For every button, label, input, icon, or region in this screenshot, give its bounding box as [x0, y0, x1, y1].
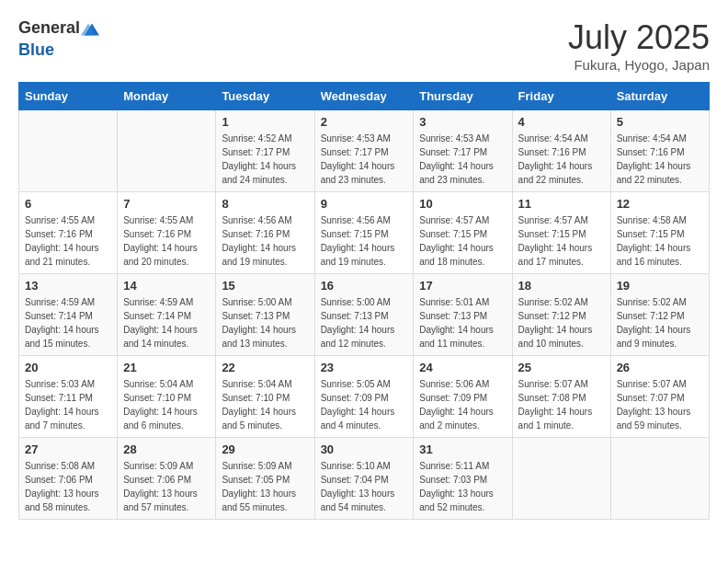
day-number: 24 — [419, 361, 506, 374]
day-number: 14 — [123, 279, 210, 293]
day-info: Sunrise: 5:05 AMSunset: 7:09 PMDaylight:… — [321, 377, 408, 432]
logo-blue: Blue — [18, 40, 54, 59]
day-info: Sunrise: 5:09 AMSunset: 7:06 PMDaylight:… — [123, 459, 210, 514]
calendar-week-row: 13Sunrise: 4:59 AMSunset: 7:14 PMDayligh… — [19, 274, 710, 356]
calendar-day-cell: 16Sunrise: 5:00 AMSunset: 7:13 PMDayligh… — [314, 274, 414, 356]
day-number: 31 — [419, 442, 506, 456]
day-number: 12 — [617, 197, 703, 211]
calendar-day-cell: 21Sunrise: 5:04 AMSunset: 7:10 PMDayligh… — [118, 356, 216, 438]
calendar-header: SundayMondayTuesdayWednesdayThursdayFrid… — [19, 83, 710, 110]
day-info: Sunrise: 4:55 AMSunset: 7:16 PMDaylight:… — [123, 213, 210, 269]
calendar-day-cell — [118, 110, 216, 192]
calendar-week-row: 1Sunrise: 4:52 AMSunset: 7:17 PMDaylight… — [19, 110, 710, 192]
day-of-week-header: Wednesday — [314, 83, 414, 110]
day-number: 25 — [518, 361, 605, 374]
day-info: Sunrise: 4:56 AMSunset: 7:16 PMDaylight:… — [222, 213, 308, 269]
day-info: Sunrise: 5:11 AMSunset: 7:03 PMDaylight:… — [419, 459, 506, 514]
calendar-day-cell: 30Sunrise: 5:10 AMSunset: 7:04 PMDayligh… — [314, 438, 414, 520]
day-number: 6 — [25, 197, 111, 211]
calendar-day-cell: 1Sunrise: 4:52 AMSunset: 7:17 PMDaylight… — [216, 110, 314, 192]
day-of-week-header: Thursday — [414, 83, 512, 110]
day-number: 20 — [25, 361, 111, 374]
day-number: 18 — [518, 279, 605, 293]
calendar-day-cell: 13Sunrise: 4:59 AMSunset: 7:14 PMDayligh… — [19, 274, 118, 356]
day-number: 23 — [321, 361, 408, 374]
day-info: Sunrise: 5:09 AMSunset: 7:05 PMDaylight:… — [222, 459, 308, 514]
day-number: 26 — [617, 361, 703, 374]
day-info: Sunrise: 5:07 AMSunset: 7:07 PMDaylight:… — [617, 377, 703, 432]
logo-icon — [81, 18, 103, 40]
calendar-day-cell: 24Sunrise: 5:06 AMSunset: 7:09 PMDayligh… — [414, 356, 512, 438]
day-info: Sunrise: 4:58 AMSunset: 7:15 PMDaylight:… — [617, 213, 703, 269]
day-info: Sunrise: 4:55 AMSunset: 7:16 PMDaylight:… — [25, 213, 111, 269]
calendar-day-cell: 19Sunrise: 5:02 AMSunset: 7:12 PMDayligh… — [610, 274, 709, 356]
day-of-week-header: Friday — [512, 83, 610, 110]
calendar-day-cell: 11Sunrise: 4:57 AMSunset: 7:15 PMDayligh… — [512, 192, 610, 274]
calendar-day-cell: 15Sunrise: 5:00 AMSunset: 7:13 PMDayligh… — [216, 274, 314, 356]
day-info: Sunrise: 4:59 AMSunset: 7:14 PMDaylight:… — [25, 295, 111, 350]
day-info: Sunrise: 5:10 AMSunset: 7:04 PMDaylight:… — [321, 459, 408, 514]
calendar-week-row: 6Sunrise: 4:55 AMSunset: 7:16 PMDaylight… — [19, 192, 710, 274]
day-info: Sunrise: 5:08 AMSunset: 7:06 PMDaylight:… — [25, 459, 111, 514]
day-number: 5 — [617, 115, 703, 129]
day-number: 22 — [222, 361, 308, 374]
day-number: 16 — [321, 279, 408, 293]
day-number: 28 — [123, 442, 210, 456]
day-number: 3 — [419, 115, 506, 129]
day-of-week-header: Sunday — [19, 83, 118, 110]
day-number: 10 — [419, 197, 506, 211]
logo-text: General Blue — [18, 18, 104, 60]
calendar-day-cell: 17Sunrise: 5:01 AMSunset: 7:13 PMDayligh… — [414, 274, 512, 356]
title-block: July 2025 Fukura, Hyogo, Japan — [568, 18, 710, 73]
calendar-day-cell: 10Sunrise: 4:57 AMSunset: 7:15 PMDayligh… — [414, 192, 512, 274]
day-info: Sunrise: 5:02 AMSunset: 7:12 PMDaylight:… — [518, 295, 605, 350]
day-number: 29 — [222, 442, 308, 456]
month-year: July 2025 — [568, 18, 710, 57]
day-number: 9 — [321, 197, 408, 211]
day-info: Sunrise: 4:53 AMSunset: 7:17 PMDaylight:… — [419, 132, 506, 187]
day-info: Sunrise: 4:54 AMSunset: 7:16 PMDaylight:… — [518, 132, 605, 187]
day-info: Sunrise: 5:04 AMSunset: 7:10 PMDaylight:… — [222, 377, 308, 432]
calendar-day-cell: 23Sunrise: 5:05 AMSunset: 7:09 PMDayligh… — [314, 356, 414, 438]
calendar-day-cell: 2Sunrise: 4:53 AMSunset: 7:17 PMDaylight… — [314, 110, 414, 192]
logo-general: General — [18, 18, 80, 37]
day-number: 7 — [123, 197, 210, 211]
calendar-day-cell: 6Sunrise: 4:55 AMSunset: 7:16 PMDaylight… — [19, 192, 118, 274]
day-number: 11 — [518, 197, 605, 211]
calendar-day-cell: 3Sunrise: 4:53 AMSunset: 7:17 PMDaylight… — [414, 110, 512, 192]
day-info: Sunrise: 4:57 AMSunset: 7:15 PMDaylight:… — [518, 213, 605, 269]
day-info: Sunrise: 4:54 AMSunset: 7:16 PMDaylight:… — [617, 132, 703, 187]
day-info: Sunrise: 5:03 AMSunset: 7:11 PMDaylight:… — [25, 377, 111, 432]
day-number: 17 — [419, 279, 506, 293]
day-info: Sunrise: 4:53 AMSunset: 7:17 PMDaylight:… — [321, 132, 408, 187]
logo: General Blue — [18, 18, 104, 60]
day-number: 4 — [518, 115, 605, 129]
day-info: Sunrise: 4:59 AMSunset: 7:14 PMDaylight:… — [123, 295, 210, 350]
page-header: General Blue July 2025 Fukura, Hyogo, Ja… — [18, 18, 710, 73]
calendar-body: 1Sunrise: 4:52 AMSunset: 7:17 PMDaylight… — [19, 110, 710, 520]
day-info: Sunrise: 5:00 AMSunset: 7:13 PMDaylight:… — [321, 295, 408, 350]
day-info: Sunrise: 4:57 AMSunset: 7:15 PMDaylight:… — [419, 213, 506, 269]
day-info: Sunrise: 5:06 AMSunset: 7:09 PMDaylight:… — [419, 377, 506, 432]
calendar-day-cell: 5Sunrise: 4:54 AMSunset: 7:16 PMDaylight… — [610, 110, 709, 192]
day-of-week-header: Saturday — [610, 83, 709, 110]
day-info: Sunrise: 5:01 AMSunset: 7:13 PMDaylight:… — [419, 295, 506, 350]
calendar-day-cell: 27Sunrise: 5:08 AMSunset: 7:06 PMDayligh… — [19, 438, 118, 520]
calendar-week-row: 27Sunrise: 5:08 AMSunset: 7:06 PMDayligh… — [19, 438, 710, 520]
calendar-day-cell: 26Sunrise: 5:07 AMSunset: 7:07 PMDayligh… — [610, 356, 709, 438]
day-info: Sunrise: 5:04 AMSunset: 7:10 PMDaylight:… — [123, 377, 210, 432]
calendar-week-row: 20Sunrise: 5:03 AMSunset: 7:11 PMDayligh… — [19, 356, 710, 438]
calendar-day-cell: 25Sunrise: 5:07 AMSunset: 7:08 PMDayligh… — [512, 356, 610, 438]
day-number: 27 — [25, 442, 111, 456]
calendar-day-cell: 22Sunrise: 5:04 AMSunset: 7:10 PMDayligh… — [216, 356, 314, 438]
calendar-day-cell: 7Sunrise: 4:55 AMSunset: 7:16 PMDaylight… — [118, 192, 216, 274]
calendar-day-cell: 20Sunrise: 5:03 AMSunset: 7:11 PMDayligh… — [19, 356, 118, 438]
calendar-day-cell: 9Sunrise: 4:56 AMSunset: 7:15 PMDaylight… — [314, 192, 414, 274]
day-number: 13 — [25, 279, 111, 293]
day-of-week-header: Tuesday — [216, 83, 314, 110]
calendar-day-cell: 28Sunrise: 5:09 AMSunset: 7:06 PMDayligh… — [118, 438, 216, 520]
calendar-day-cell: 31Sunrise: 5:11 AMSunset: 7:03 PMDayligh… — [414, 438, 512, 520]
day-number: 2 — [321, 115, 408, 129]
day-info: Sunrise: 4:56 AMSunset: 7:15 PMDaylight:… — [321, 213, 408, 269]
day-number: 21 — [123, 361, 210, 374]
